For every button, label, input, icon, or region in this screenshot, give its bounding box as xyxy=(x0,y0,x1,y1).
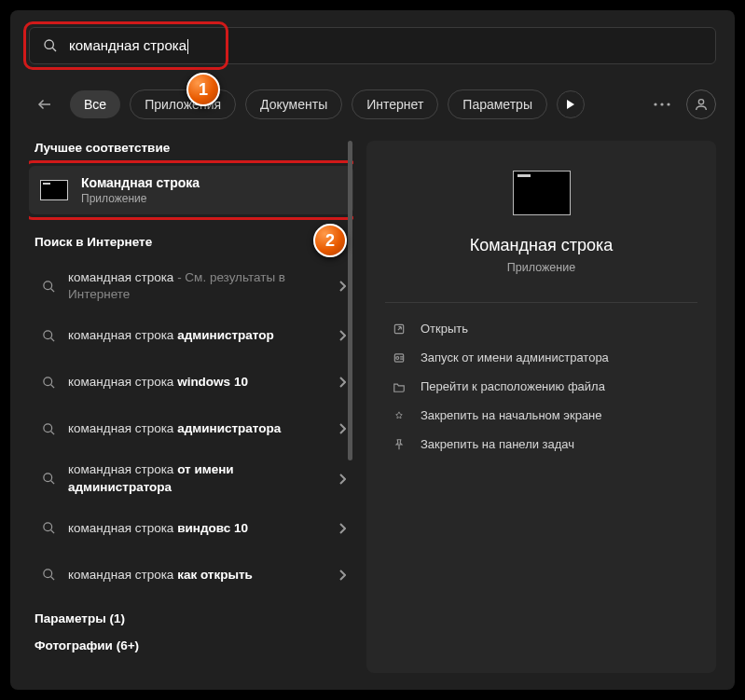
action-pin-taskbar[interactable]: Закрепить на панели задач xyxy=(391,437,697,451)
svg-line-15 xyxy=(50,432,53,434)
web-result-item[interactable]: командная строка виндовс 10 xyxy=(29,505,353,552)
svg-point-20 xyxy=(43,570,51,578)
shield-icon xyxy=(391,351,407,364)
best-match-text: Командная строка Приложение xyxy=(81,175,200,205)
web-result-text: командная строка администратора xyxy=(68,420,327,437)
chevron-right-icon[interactable] xyxy=(338,523,346,534)
tab-all[interactable]: Все xyxy=(70,90,120,118)
best-match-sub: Приложение xyxy=(81,192,200,205)
chevron-right-icon[interactable] xyxy=(338,474,346,485)
svg-point-14 xyxy=(43,424,51,432)
results-scrollbar[interactable]: ▲ xyxy=(346,141,353,673)
search-icon xyxy=(40,376,57,390)
search-icon xyxy=(40,472,57,486)
action-label: Закрепить на панели задач xyxy=(421,437,574,451)
search-icon xyxy=(40,422,57,436)
web-result-item[interactable]: командная строка windows 10 xyxy=(29,359,353,405)
web-result-text: командная строка администратор xyxy=(68,327,327,344)
results-area: Лучшее соответствие Командная строка При… xyxy=(29,141,716,673)
back-button[interactable] xyxy=(29,89,61,120)
svg-line-19 xyxy=(50,530,53,533)
cmd-large-icon xyxy=(513,171,571,215)
chevron-right-icon[interactable] xyxy=(338,570,346,581)
svg-line-11 xyxy=(50,338,53,341)
account-button[interactable] xyxy=(686,89,716,119)
svg-point-16 xyxy=(43,474,51,482)
svg-point-8 xyxy=(43,281,51,290)
svg-line-1 xyxy=(52,48,56,51)
results-list: Лучшее соответствие Командная строка При… xyxy=(29,141,353,673)
tab-documents[interactable]: Документы xyxy=(245,89,342,119)
action-open[interactable]: Открыть xyxy=(391,322,697,336)
svg-point-10 xyxy=(43,331,51,339)
best-match-header: Лучшее соответствие xyxy=(34,141,353,155)
search-icon xyxy=(40,568,57,582)
tab-web[interactable]: Интернет xyxy=(352,89,438,119)
tab-apps[interactable]: Приложения xyxy=(130,89,236,119)
action-label: Закрепить на начальном экране xyxy=(421,408,602,422)
svg-point-0 xyxy=(45,40,53,48)
chevron-right-icon[interactable] xyxy=(338,330,346,341)
web-search-header: Поиск в Интернете xyxy=(34,235,353,249)
photos-results-header[interactable]: Фотографии (6+) xyxy=(34,638,353,652)
open-icon xyxy=(391,323,407,336)
web-result-item[interactable]: командная строка администратора xyxy=(29,405,353,452)
web-result-item[interactable]: командная строка как открыть xyxy=(29,552,353,598)
annotation-badge-2: 2 xyxy=(313,224,347,257)
search-icon xyxy=(43,38,58,53)
folder-icon xyxy=(391,380,407,393)
svg-point-4 xyxy=(654,103,656,105)
svg-marker-3 xyxy=(567,100,574,109)
tab-params[interactable]: Параметры xyxy=(448,89,547,119)
action-label: Перейти к расположению файла xyxy=(421,379,605,393)
search-icon xyxy=(40,280,57,294)
more-filters-button[interactable] xyxy=(557,90,585,118)
search-icon xyxy=(40,521,57,535)
best-match-name: Командная строка xyxy=(81,175,200,190)
scrollbar-thumb[interactable] xyxy=(348,141,352,460)
search-window: командная строка Все Приложения Документ… xyxy=(10,10,735,690)
web-result-item[interactable]: командная строка - См. результаты в Инте… xyxy=(29,260,353,312)
search-bar-wrap: командная строка xyxy=(29,27,716,64)
web-result-text: командная строка от имени администратора xyxy=(68,461,327,495)
pin-icon xyxy=(391,438,407,451)
settings-results-header[interactable]: Параметры (1) xyxy=(34,611,353,625)
chevron-right-icon[interactable] xyxy=(338,377,346,388)
web-result-text: командная строка виндовс 10 xyxy=(68,520,327,537)
svg-line-13 xyxy=(50,385,53,388)
action-open-file-location[interactable]: Перейти к расположению файла xyxy=(391,379,697,393)
pin-icon xyxy=(391,409,407,422)
preview-subtitle: Приложение xyxy=(507,261,575,274)
action-pin-start[interactable]: Закрепить на начальном экране xyxy=(391,408,697,422)
web-result-item[interactable]: командная строка от имени администратора xyxy=(29,452,353,504)
svg-line-9 xyxy=(50,288,53,291)
chevron-right-icon[interactable] xyxy=(338,281,346,292)
annotation-badge-1: 1 xyxy=(186,73,220,106)
search-input[interactable]: командная строка xyxy=(69,37,188,54)
filter-tabs: Все Приложения Документы Интернет Параме… xyxy=(29,89,716,120)
web-result-text: командная строка - См. результаты в Инте… xyxy=(68,269,327,303)
search-icon xyxy=(40,329,57,343)
svg-point-6 xyxy=(667,103,669,105)
preview-title: Командная строка xyxy=(470,236,614,255)
svg-point-7 xyxy=(698,100,703,104)
more-options-button[interactable] xyxy=(647,89,677,119)
search-bar[interactable]: командная строка xyxy=(29,27,716,64)
web-result-item[interactable]: командная строка администратор xyxy=(29,312,353,359)
web-result-text: командная строка windows 10 xyxy=(68,374,327,391)
action-run-as-admin[interactable]: Запуск от имени администратора xyxy=(391,350,697,364)
cmd-icon xyxy=(40,180,68,200)
svg-line-17 xyxy=(50,481,53,484)
web-result-text: командная строка как открыть xyxy=(68,567,327,583)
chevron-right-icon[interactable] xyxy=(338,423,346,434)
action-label: Открыть xyxy=(421,322,468,336)
action-label: Запуск от имени администратора xyxy=(421,350,609,364)
svg-point-18 xyxy=(43,523,51,531)
svg-line-21 xyxy=(50,577,53,580)
preview-pane: Командная строка Приложение Открыть Запу… xyxy=(366,141,716,673)
svg-point-12 xyxy=(43,377,51,386)
svg-point-5 xyxy=(660,103,663,105)
actions-list: Открыть Запуск от имени администратора П… xyxy=(385,302,697,451)
best-match-item[interactable]: Командная строка Приложение xyxy=(29,166,353,214)
svg-point-24 xyxy=(396,356,399,359)
